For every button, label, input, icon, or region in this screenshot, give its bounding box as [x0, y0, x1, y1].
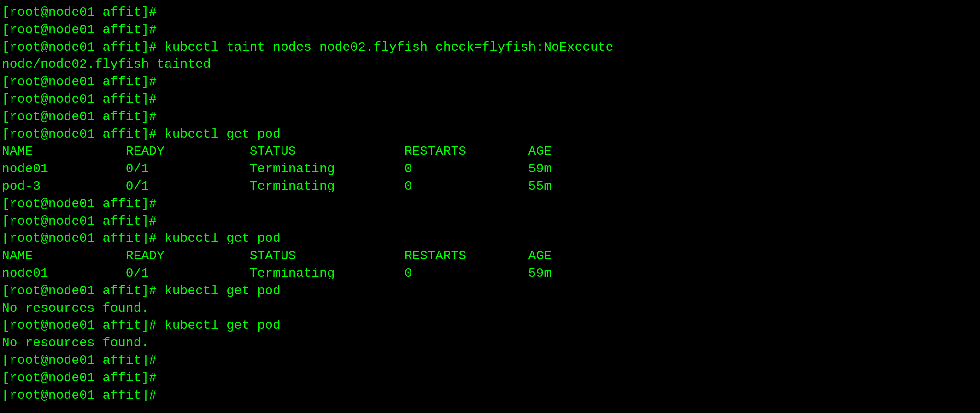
table-header: NAME READY STATUS RESTARTS AGE: [0, 143, 980, 160]
table-data-row: node01 0/1 Terminating 0 59m: [0, 160, 980, 178]
line20: No resources found.: [0, 334, 980, 352]
line3: [root@node01 affit]# kubectl taint nodes…: [0, 39, 980, 56]
line12: [root@node01 affit]#: [0, 195, 980, 213]
line23: [root@node01 affit]#: [0, 387, 980, 404]
line13: [root@node01 affit]#: [0, 213, 980, 230]
line6: [root@node01 affit]#: [0, 91, 980, 108]
terminal-window: [root@node01 affit]#[root@node01 affit]#…: [0, 4, 980, 413]
line21: [root@node01 affit]#: [0, 352, 980, 369]
line18: No resources found.: [0, 300, 980, 317]
line14: [root@node01 affit]# kubectl get pod: [0, 230, 980, 247]
line22: [root@node01 affit]#: [0, 369, 980, 387]
line17: [root@node01 affit]# kubectl get pod: [0, 282, 980, 300]
line2: [root@node01 affit]#: [0, 21, 980, 39]
line5: [root@node01 affit]#: [0, 73, 980, 91]
terminal-content: [root@node01 affit]#[root@node01 affit]#…: [0, 4, 980, 404]
table-data-row: node01 0/1 Terminating 0 59m: [0, 265, 980, 282]
table-data-row: pod-3 0/1 Terminating 0 55m: [0, 178, 980, 195]
line4: node/node02.flyfish tainted: [0, 56, 980, 73]
line7: [root@node01 affit]#: [0, 108, 980, 126]
table-header: NAME READY STATUS RESTARTS AGE: [0, 247, 980, 265]
line1: [root@node01 affit]#: [0, 4, 980, 21]
line19: [root@node01 affit]# kubectl get pod: [0, 317, 980, 334]
line8: [root@node01 affit]# kubectl get pod: [0, 126, 980, 143]
